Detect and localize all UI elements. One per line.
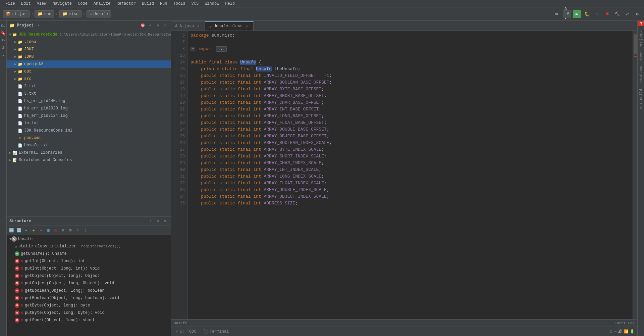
build-button[interactable]: 🔨 xyxy=(613,10,621,18)
code-editor[interactable]: 6 7 8 13 14 15 16 17 18 19 20 21 22 23 2… xyxy=(171,31,637,319)
struct-item-putobject[interactable]: m N putObject(Object, long, Object): voi… xyxy=(7,280,171,287)
sidebar-icon-bookmarks[interactable]: 🔖 xyxy=(0,30,7,36)
tree-item-log2920[interactable]: ▶ 📄 hs_err_pid2920.log xyxy=(7,105,171,112)
expand-all-button[interactable]: + xyxy=(147,22,153,29)
struct-item-getshort[interactable]: m N getShort(Object, long): short xyxy=(7,317,171,324)
toolbar-tab-sun[interactable]: 📁 sun xyxy=(35,10,54,17)
expand-struct-button[interactable]: ⊞ xyxy=(60,227,66,234)
struct-item-getbyte[interactable]: m N getByte(Object, long): byte xyxy=(7,302,171,309)
tree-item-openjdk8[interactable]: ▶ 📁 openjdk8 xyxy=(7,60,171,68)
tree-item-jdk7[interactable]: ▶ 📁 JDK7 xyxy=(7,46,171,53)
toolbar-tab-misc[interactable]: 📁 misc xyxy=(59,10,82,17)
sidebar-icon-z[interactable]: Z xyxy=(0,37,7,44)
struct-item-putbyte[interactable]: m N putByte(Object, long, byte): void xyxy=(7,309,171,317)
code-content[interactable]: package sun.misc; + import ... public fi… xyxy=(188,31,633,319)
menu-vcs[interactable]: VCS xyxy=(189,1,202,7)
show-private-button[interactable]: ● xyxy=(38,227,44,234)
unsafe-tab-close[interactable]: ✕ xyxy=(245,24,249,29)
collapse-struct-button[interactable]: ⊟ xyxy=(67,227,74,234)
struct-download-button[interactable]: ⬇ xyxy=(74,227,81,234)
fold-icon-8[interactable]: + xyxy=(191,47,195,51)
struct-settings-button[interactable]: ↕ xyxy=(82,227,89,234)
sort-alpha-button[interactable]: 🔤 xyxy=(8,227,15,234)
project-root[interactable]: ▼ 📁 JDK_ResourceCode C:\Users\Administra… xyxy=(7,31,171,38)
struct-item-getint[interactable]: m N getInt(Object, long): int xyxy=(7,257,171,265)
debug-button[interactable]: 🐛 xyxy=(583,10,591,18)
tree-item-ext-libs[interactable]: ▶ 📊 External Libraries xyxy=(7,149,171,156)
ajava-tab-close[interactable]: ✕ xyxy=(196,24,201,29)
structure-close-button[interactable]: ✕ xyxy=(162,218,168,224)
toolbar-tab-jar[interactable]: 📦 rt.jar xyxy=(3,10,30,17)
show-fields-button[interactable]: ▦ xyxy=(45,227,52,234)
sort-type-button[interactable]: 🔢 xyxy=(15,227,22,234)
tree-item-log3124[interactable]: ▶ 📄 hs_err_pid3124.log xyxy=(7,112,171,119)
expand-button[interactable]: ⤢ xyxy=(623,10,631,18)
tree-item-iml[interactable]: ▶ 📄 JDK_ResourceCode.iml xyxy=(7,127,171,134)
idea-arrow: ▶ xyxy=(13,40,17,44)
close-panel-button[interactable]: ✕ xyxy=(162,22,168,29)
tree-item-pom[interactable]: ▶ m pom.xml xyxy=(7,134,171,142)
bottom-tab-todo[interactable]: ✔ 6: TODO xyxy=(174,328,199,335)
menu-view[interactable]: View xyxy=(34,1,49,7)
tab-ajava[interactable]: A A.java ✕ xyxy=(171,21,205,31)
menu-build[interactable]: Build xyxy=(139,1,157,7)
struct-item-getboolean[interactable]: m N getBoolean(Object, long): boolean xyxy=(7,287,171,294)
tree-item-unsafetxt[interactable]: ▶ 📄 Unsafe.txt xyxy=(7,142,171,149)
menu-file[interactable]: File xyxy=(3,1,18,7)
ant-build-label[interactable]: Ant Build xyxy=(639,86,643,111)
tree-item-intxt[interactable]: ▶ 📄 in.txt xyxy=(7,119,171,127)
menu-run[interactable]: Run xyxy=(157,1,170,7)
toolbar-tab-unsafe[interactable]: ☕ Unsafe xyxy=(87,10,111,17)
database-label[interactable]: Database xyxy=(639,63,643,86)
ln-24: 24 xyxy=(171,126,187,133)
menu-code[interactable]: Code xyxy=(75,1,90,7)
struct-item-putboolean[interactable]: m N putBoolean(Object, long, boolean): v… xyxy=(7,294,171,302)
menu-refactor[interactable]: Refactor xyxy=(114,1,139,7)
tree-item-log440[interactable]: ▶ 📄 hs_err_pid440.log xyxy=(7,97,171,105)
menu-edit[interactable]: Edit xyxy=(18,1,34,7)
menu-window[interactable]: Window xyxy=(202,1,222,7)
tree-item-idea[interactable]: ▶ 📁 .idea xyxy=(7,38,171,46)
menu-help[interactable]: Help xyxy=(222,1,237,7)
gear-icon[interactable]: ⚙ xyxy=(155,22,161,29)
menu-navigate[interactable]: Navigate xyxy=(50,1,74,7)
show-protected-button[interactable]: ● xyxy=(30,227,37,234)
ajava-tab-label: A.java xyxy=(179,24,194,29)
editor-scrollbar[interactable] xyxy=(633,31,637,319)
scrollbar-thumb[interactable] xyxy=(634,34,637,54)
struct-class-item[interactable]: ▼ C Unsafe xyxy=(7,235,171,243)
menu-analyze[interactable]: Analyze xyxy=(91,1,113,7)
run-with-coverage-button[interactable]: ⚡ xyxy=(593,10,601,18)
tree-item-src[interactable]: ▶ 📁 src xyxy=(7,75,171,83)
tree-item-3txt[interactable]: ▶ 📄 3.txt xyxy=(7,90,171,97)
project-panel-dropdown-arrow[interactable]: ▾ xyxy=(37,23,39,28)
event-log-label[interactable]: Event Log xyxy=(615,321,635,325)
settings-icon[interactable]: ⚙ xyxy=(633,10,641,18)
struct-item-getobject[interactable]: m N getObject(Object, long): Object xyxy=(7,272,171,280)
show-public-button[interactable]: ● xyxy=(23,227,30,234)
schema-dropdown[interactable]: A A ▾ xyxy=(563,10,571,18)
run-button[interactable]: ▶ xyxy=(573,10,581,18)
jar-label: rt.jar xyxy=(12,12,26,16)
menu-tools[interactable]: Tools xyxy=(171,1,188,7)
struct-item-getunsafe[interactable]: m getUnsafe(): Unsafe xyxy=(7,250,171,257)
sidebar-icon-fav[interactable]: ★ xyxy=(0,52,7,58)
structure-panel-header[interactable]: Structure ↕ ⚙ ✕ xyxy=(7,217,171,226)
sidebar-icon-2[interactable]: 2 xyxy=(0,44,7,51)
show-inner-button[interactable]: ◎ xyxy=(52,227,59,234)
structure-gear-icon[interactable]: ⚙ xyxy=(155,218,161,224)
bottom-tab-terminal[interactable]: ⬛ Terminal xyxy=(201,328,231,335)
layout-icon[interactable]: ⊞ xyxy=(553,10,561,18)
sidebar-icon-project[interactable]: P xyxy=(0,22,7,29)
maven-projects-label[interactable]: Maven Projects xyxy=(639,27,643,63)
stop-button[interactable]: ⏹ xyxy=(603,10,611,18)
tab-unsafe-class[interactable]: ☕ Unsafe.class ✕ xyxy=(205,21,254,31)
tree-item-scratches[interactable]: ▶ 📝 Scratches and Consoles xyxy=(7,156,171,164)
structure-sort-button[interactable]: ↕ xyxy=(147,218,153,224)
struct-item-static-init[interactable]: ⚙ static class initializer registerNativ… xyxy=(7,243,171,250)
tree-item-2txt[interactable]: ▶ 📄 2.txt xyxy=(7,83,171,90)
struct-item-putint[interactable]: m N putInt(Object, long, int): void xyxy=(7,265,171,272)
tree-item-jdk8[interactable]: ▶ 📁 JDK8 xyxy=(7,53,171,60)
tree-item-out[interactable]: ▶ 📁 out xyxy=(7,68,171,75)
locate-file-button[interactable]: 🎯 xyxy=(140,22,146,29)
